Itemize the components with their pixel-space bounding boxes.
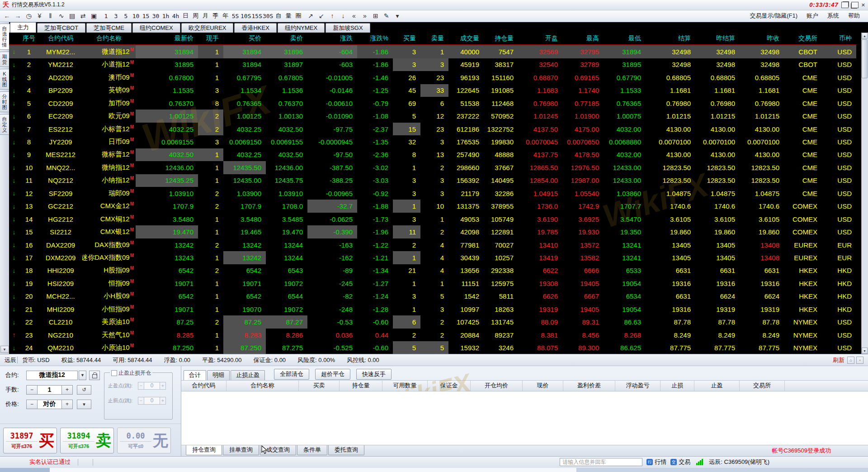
column-header-bid[interactable]: 买价 — [223, 34, 266, 43]
period-自[interactable]: 自 — [274, 11, 283, 21]
query-tab[interactable]: 挂单查询 — [223, 445, 259, 455]
positions-table-body[interactable] — [181, 391, 868, 445]
column-header-last[interactable]: 最新价 — [136, 34, 198, 43]
take-profit-minus-button[interactable]: − — [138, 382, 144, 390]
grid-icon[interactable]: ⊞ — [370, 11, 381, 21]
column-header-vol[interactable]: 现手 — [198, 34, 223, 43]
popout-icon[interactable]: ▫ — [856, 357, 863, 364]
column-header-low[interactable]: 最低 — [604, 34, 646, 43]
scroll-down-icon[interactable]: ▼ — [862, 348, 868, 354]
table-row[interactable]: ↓21MHI2209小恒指09M1907111907019072-248-1.2… — [9, 303, 856, 315]
sidebar-item[interactable]: K线图 — [0, 69, 10, 90]
table-row[interactable]: ↓12SF2209瑞郎09M1.0391021.039001.03910-0.0… — [9, 187, 856, 200]
table-row[interactable]: ↓2YM2212小道指12M3189513189431897-603-1.863… — [9, 58, 856, 71]
period-10[interactable]: 10 — [131, 11, 141, 21]
stop-loss-plus-button[interactable]: + — [160, 397, 166, 405]
draw-icon[interactable]: ✎ — [381, 11, 392, 21]
period-5S[interactable]: 5S — [231, 11, 240, 21]
sidebar-item[interactable]: 分时图 — [0, 91, 10, 112]
price-minus-button[interactable]: − — [26, 400, 38, 409]
scrollbar-thumb[interactable] — [862, 39, 868, 78]
market-tab[interactable]: 纽约NYMEX — [278, 23, 325, 33]
positions-column-header[interactable]: 止损 — [660, 381, 694, 391]
period-4h[interactable]: 4h — [171, 11, 180, 21]
positions-column-header[interactable]: 交易所 — [740, 381, 785, 391]
contract-select[interactable]: 微道指12 — [26, 371, 78, 380]
menu-item[interactable]: 账户 — [807, 12, 818, 20]
close-icon[interactable]: ✕ — [861, 2, 865, 8]
dropdown-icon[interactable]: ▾ — [392, 11, 402, 21]
market-tab[interactable]: 欧交所EUREX — [181, 23, 234, 33]
line-chart-icon[interactable]: ∿ — [56, 11, 66, 21]
table-row[interactable]: ↓8JY2209日币09M0.006915530.00691500.006915… — [9, 135, 856, 148]
table-row[interactable]: ↓1MYM22...微道指12M3189413189431896-604-1.8… — [9, 45, 856, 58]
positions-column-header[interactable]: 合约代码 — [181, 381, 226, 391]
lots-plus-button[interactable]: + — [61, 385, 73, 395]
column-header-bqty[interactable]: 买量 — [393, 34, 420, 43]
column-header-name[interactable]: 合约名称 — [82, 34, 136, 43]
stop-open-checkbox[interactable] — [111, 370, 117, 376]
chevron-down-icon[interactable]: ▼ — [79, 371, 86, 380]
query-tab[interactable]: 成交查询 — [260, 445, 296, 455]
column-header-pclose[interactable]: 昨收 — [740, 34, 784, 43]
shrink-icon[interactable]: ↙ — [316, 11, 326, 21]
take-profit-plus-button[interactable]: + — [160, 382, 166, 390]
column-header-ask[interactable]: 卖价 — [266, 34, 307, 43]
price-plus-button[interactable]: + — [61, 400, 73, 409]
table-row[interactable]: ↓18HHI2209H股指09M6542265426543-89-1.34214… — [9, 264, 856, 277]
table-row[interactable]: ↓5CD2209加币09M0.7637080.763650.76370-0.00… — [9, 97, 856, 110]
down-icon[interactable]: ↓ — [338, 11, 348, 21]
query-tab[interactable]: 委托查询 — [328, 445, 364, 455]
positions-action-button[interactable]: 超价平仓 — [315, 369, 350, 380]
back-icon[interactable]: ← — [2, 11, 12, 21]
price-input[interactable]: 对价 — [38, 400, 61, 409]
sell-button[interactable]: 31894 可开≤376 卖 — [60, 428, 114, 453]
positions-column-header[interactable]: 盈利价差 — [563, 381, 615, 391]
period-30S[interactable]: 30S — [263, 11, 273, 21]
menu-item[interactable]: 系统 — [827, 12, 839, 20]
column-header-chgp[interactable]: 涨跌% — [357, 34, 393, 43]
market-tab[interactable]: 主力 — [10, 22, 36, 33]
column-header-aqty[interactable]: 卖量 — [420, 34, 448, 43]
table-row[interactable]: ↓11NQ2212小纳指12M12435.25112435.0012435.75… — [9, 174, 856, 187]
query-tab[interactable]: 持仓查询 — [186, 445, 222, 455]
candlestick-icon[interactable]: ⫴ — [45, 11, 56, 21]
lock-icon[interactable]: ⌂ — [847, 357, 854, 364]
forward-icon[interactable]: → — [13, 11, 23, 21]
period-季[interactable]: 季 — [211, 11, 220, 21]
market-tab[interactable]: 新加坡SGX — [326, 23, 370, 33]
column-header-settle[interactable]: 结算 — [646, 34, 695, 43]
period-5[interactable]: 5 — [121, 11, 131, 21]
period-1[interactable]: 1 — [101, 11, 111, 21]
trade-status-button[interactable]: 交 交易 — [670, 458, 690, 466]
page-left-icon[interactable]: « — [349, 11, 359, 21]
positions-action-button[interactable]: 快速反手 — [356, 369, 392, 380]
sidebar-item[interactable]: 自定义 — [0, 114, 10, 135]
expand-icon[interactable]: ↗ — [305, 11, 316, 21]
period-量[interactable]: 量 — [283, 11, 293, 21]
stop-loss-minus-button[interactable]: − — [138, 397, 144, 405]
table-row[interactable]: ↓4BP2209英镑09M1.153531.15341.1536-0.0146-… — [9, 84, 856, 97]
refresh-icon[interactable]: ⇄ — [78, 11, 88, 21]
message-input[interactable]: 请输入信息并回车 — [560, 458, 642, 466]
positions-action-button[interactable]: 全部清仓 — [274, 369, 309, 380]
save-icon[interactable]: ▣ — [89, 11, 99, 21]
positions-tab[interactable]: 明细 — [207, 370, 230, 380]
period-周[interactable]: 周 — [191, 11, 200, 21]
column-header-psettle[interactable]: 昨结算 — [695, 34, 740, 43]
period-3[interactable]: 3 — [111, 11, 121, 21]
column-header-seq[interactable]: 序号 — [19, 34, 39, 43]
period-日[interactable]: 日 — [181, 11, 190, 21]
column-header-oi[interactable]: 持仓量 — [484, 34, 518, 43]
positions-tab[interactable]: 止损止盈 — [231, 370, 265, 380]
scroll-icon[interactable]: ▤ — [67, 11, 77, 21]
market-tab[interactable]: 纽约COMEX — [132, 23, 180, 33]
price-dropdown-icon[interactable]: ▾ — [77, 400, 91, 409]
column-header-exch[interactable]: 交易所 — [784, 34, 822, 43]
restore-window-icon[interactable] — [841, 2, 849, 8]
period-圈[interactable]: 圈 — [293, 11, 303, 21]
positions-column-header[interactable]: 可用数量 — [382, 381, 428, 391]
table-row[interactable]: ↓13GC2212CMX金12M1707.921707.91708.0-32.7… — [9, 200, 856, 212]
lots-reset-icon[interactable]: ↺ — [77, 385, 91, 395]
take-profit-input[interactable]: 0 — [144, 382, 160, 390]
